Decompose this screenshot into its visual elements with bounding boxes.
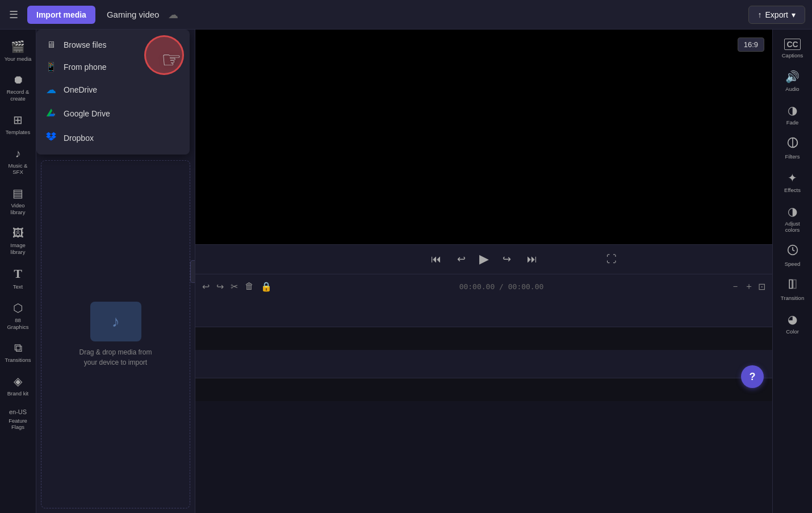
sidebar-item-label-graphics: 88 Graphics <box>4 317 32 330</box>
play-button[interactable]: ▶ <box>479 252 489 266</box>
panel-area: 🖥 Browse files 📱 From phone ☁ OneDrive <box>36 30 195 513</box>
graphics-icon: ⬡ <box>13 301 23 315</box>
video-library-icon: ▤ <box>12 186 23 200</box>
sidebar-item-label-music: Music & SFX <box>4 162 32 176</box>
cloud-save-icon: ☁ <box>168 9 178 21</box>
sidebar-item-label-brand-kit: Brand kit <box>7 390 29 397</box>
right-item-speed[interactable]: Speed <box>776 240 810 272</box>
timeline-empty-2 <box>195 378 772 401</box>
zoom-out-button[interactable]: － <box>731 281 740 293</box>
right-item-transition[interactable]: Transition <box>776 274 810 306</box>
your-media-icon: 🎬 <box>11 40 25 53</box>
redo-button[interactable]: ↪ <box>216 281 224 292</box>
project-title: Gaming video <box>107 10 160 19</box>
transition-label: Transition <box>781 295 804 301</box>
sidebar-item-image-library[interactable]: 🖼 Image library <box>2 222 35 260</box>
sidebar-item-label-video-library: Video library <box>4 202 32 215</box>
sidebar-item-label-record: Record &create <box>7 89 30 102</box>
lock-button[interactable]: 🔒 <box>261 281 272 292</box>
timeline-track-1 <box>195 299 772 327</box>
speed-label: Speed <box>785 261 800 267</box>
timecode-display: 00:00.00 / 00:00.00 <box>459 282 544 291</box>
brand-kit-icon: ◈ <box>14 374 22 388</box>
step-forward-button[interactable]: ↪ <box>500 251 513 268</box>
google-drive-item[interactable]: Google Drive <box>36 102 190 126</box>
help-button[interactable]: ? <box>741 365 764 388</box>
onedrive-label: OneDrive <box>64 85 97 94</box>
right-item-color[interactable]: ◕ Color <box>776 308 810 339</box>
sidebar-item-feature-flags[interactable]: en-US Feature Flags <box>2 404 35 435</box>
sidebar-item-your-media[interactable]: 🎬 Your media <box>2 35 35 66</box>
right-item-effects[interactable]: ✦ Effects <box>776 166 810 198</box>
from-phone-item[interactable]: 📱 From phone <box>36 56 190 78</box>
google-drive-label: Google Drive <box>64 109 110 118</box>
import-media-button[interactable]: Import media <box>27 6 95 24</box>
right-item-audio[interactable]: 🔊 Audio <box>776 65 810 97</box>
right-item-fade[interactable]: ◑ Fade <box>776 99 810 130</box>
fullscreen-button[interactable]: ⛶ <box>604 251 619 268</box>
onedrive-icon: ☁ <box>45 84 57 96</box>
transitions-icon: ⧉ <box>14 341 22 354</box>
sidebar-item-video-library[interactable]: ▤ Video library <box>2 182 35 220</box>
sidebar-item-music-sfx[interactable]: ♪ Music & SFX <box>2 143 35 180</box>
sidebar-item-templates[interactable]: ⊞ Templates <box>2 109 35 140</box>
sidebar-item-text[interactable]: T Text <box>2 262 35 294</box>
sidebar-item-graphics[interactable]: ⬡ 88 Graphics <box>2 297 35 335</box>
timeline-zoom-controls: － ＋ ⊡ <box>731 281 765 293</box>
zoom-in-button[interactable]: ＋ <box>744 281 754 293</box>
transition-icon <box>787 278 798 293</box>
onedrive-item[interactable]: ☁ OneDrive <box>36 78 190 102</box>
undo-button[interactable]: ↩ <box>202 281 210 292</box>
captions-label: Captions <box>782 52 803 59</box>
fade-label: Fade <box>786 119 799 126</box>
export-icon: ↑ <box>758 10 762 19</box>
skip-to-start-button[interactable]: ⏮ <box>429 251 443 268</box>
right-item-adjust-colors[interactable]: ◑ Adjustcolors <box>776 200 810 237</box>
sidebar-item-label-image-library: Image library <box>4 242 32 255</box>
left-sidebar: 🎬 Your media ⏺ Record &create ⊞ Template… <box>0 30 36 513</box>
cut-button[interactable]: ✂ <box>231 281 238 292</box>
menu-icon[interactable]: ☰ <box>7 6 20 23</box>
video-preview: 16:9 <box>195 30 772 244</box>
dropbox-icon <box>45 131 57 144</box>
text-icon: T <box>14 266 22 281</box>
export-button[interactable]: ↑ Export ▾ <box>748 6 805 24</box>
templates-icon: ⊞ <box>13 113 23 127</box>
image-library-icon: 🖼 <box>12 227 24 240</box>
color-icon: ◕ <box>788 312 797 326</box>
right-sidebar: CC Captions 🔊 Audio ◑ Fade Filters ✦ Eff… <box>772 30 812 513</box>
feature-flags-icon: en-US <box>9 408 27 415</box>
sidebar-item-transitions[interactable]: ⧉ Transitions <box>2 337 35 368</box>
timecode-separator: / <box>499 282 508 291</box>
step-back-button[interactable]: ↩ <box>455 251 468 268</box>
delete-button[interactable]: 🗑 <box>245 281 254 291</box>
from-phone-label: From phone <box>64 62 106 72</box>
export-chevron: ▾ <box>792 10 796 19</box>
aspect-ratio-badge[interactable]: 16:9 <box>738 37 764 52</box>
adjust-colors-icon: ◑ <box>788 205 797 218</box>
timeline-area[interactable] <box>195 299 772 514</box>
timeline-track-2 <box>195 350 772 378</box>
effects-icon: ✦ <box>788 171 797 185</box>
dropbox-label: Dropbox <box>64 134 94 143</box>
adjust-colors-label: Adjustcolors <box>785 220 800 233</box>
browse-files-item[interactable]: 🖥 Browse files <box>36 34 190 56</box>
sidebar-item-label-templates: Templates <box>6 129 30 135</box>
fade-icon: ◑ <box>788 103 797 117</box>
drag-drop-music-icon: ♪ <box>112 312 120 331</box>
fit-timeline-button[interactable]: ⊡ <box>758 281 765 292</box>
drag-drop-thumbnail: ♪ <box>90 302 141 341</box>
skip-to-end-button[interactable]: ⏭ <box>525 251 539 268</box>
timecode-current: 00:00.00 <box>459 282 495 291</box>
panel-collapse-button[interactable]: ‹ <box>190 260 195 283</box>
filters-icon <box>787 137 798 151</box>
dropbox-item[interactable]: Dropbox <box>36 126 190 150</box>
drag-drop-area[interactable]: ♪ Drag & drop media from your device to … <box>41 160 190 508</box>
sidebar-item-label-feature-flags: Feature Flags <box>4 418 32 431</box>
right-item-filters[interactable]: Filters <box>776 132 810 164</box>
record-icon: ⏺ <box>12 73 24 86</box>
sidebar-item-record[interactable]: ⏺ Record &create <box>2 69 35 106</box>
speed-icon <box>787 244 798 258</box>
sidebar-item-brand-kit[interactable]: ◈ Brand kit <box>2 370 35 401</box>
right-item-captions[interactable]: CC Captions <box>776 34 810 63</box>
